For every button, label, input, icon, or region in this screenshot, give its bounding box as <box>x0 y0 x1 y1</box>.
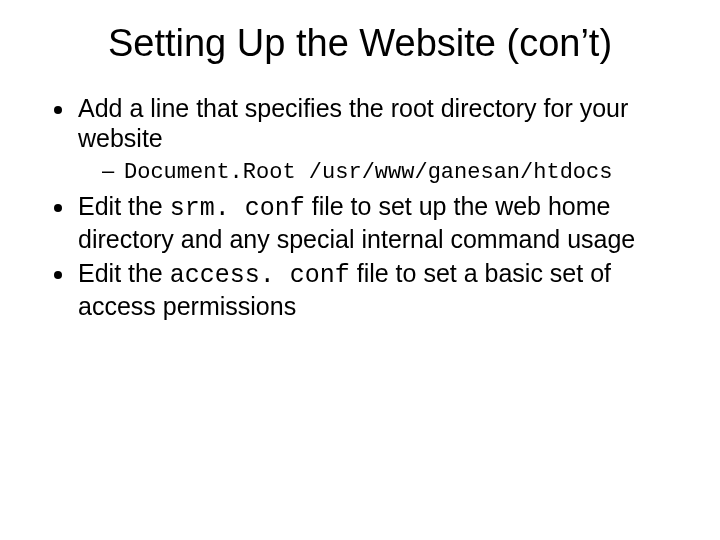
bullet-item-3: Edit the access. conf file to set a basi… <box>76 258 670 321</box>
bullet-item-2-code: srm. conf <box>170 194 305 223</box>
bullet-item-2-text-a: Edit the <box>78 192 170 220</box>
bullet-item-1: Add a line that specifies the root direc… <box>76 93 670 187</box>
bullet-item-3-code: access. conf <box>170 261 350 290</box>
bullet-item-3-text-a: Edit the <box>78 259 170 287</box>
bullet-item-2: Edit the srm. conf file to set up the we… <box>76 191 670 254</box>
bullet-sublist-1: Document.Root /usr/www/ganesan/htdocs <box>78 157 670 187</box>
slide: Setting Up the Website (con’t) Add a lin… <box>0 0 720 540</box>
bullet-item-1-text: Add a line that specifies the root direc… <box>78 94 628 152</box>
bullet-subitem-1: Document.Root /usr/www/ganesan/htdocs <box>108 157 670 187</box>
bullet-list: Add a line that specifies the root direc… <box>50 93 670 321</box>
bullet-subitem-1-code: Document.Root /usr/www/ganesan/htdocs <box>124 160 612 185</box>
slide-title: Setting Up the Website (con’t) <box>50 22 670 65</box>
